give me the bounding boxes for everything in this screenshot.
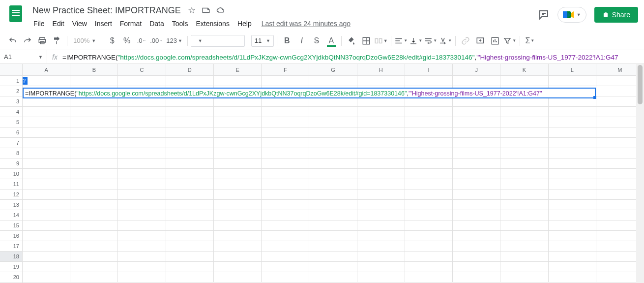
- fill-color-button[interactable]: [345, 34, 358, 48]
- cell[interactable]: [453, 200, 500, 210]
- cell[interactable]: [357, 262, 405, 272]
- row-header-11[interactable]: 11: [0, 179, 22, 189]
- cell[interactable]: [70, 220, 118, 230]
- cell[interactable]: [549, 76, 596, 86]
- row-header-1[interactable]: 1: [0, 76, 22, 86]
- cell[interactable]: [309, 76, 357, 86]
- cell[interactable]: [118, 220, 166, 230]
- cell[interactable]: [70, 158, 118, 168]
- cell[interactable]: [118, 127, 166, 137]
- currency-button[interactable]: $: [105, 34, 119, 48]
- cell[interactable]: [405, 272, 453, 282]
- cell[interactable]: [453, 189, 500, 199]
- cell[interactable]: [166, 200, 214, 210]
- decrease-decimal-button[interactable]: .0←: [135, 34, 148, 48]
- column-header-A[interactable]: A: [23, 64, 70, 75]
- cell[interactable]: [453, 210, 500, 220]
- row-header-14[interactable]: 14: [0, 210, 22, 220]
- cell[interactable]: [214, 231, 262, 241]
- cell[interactable]: [214, 76, 262, 86]
- cell[interactable]: [214, 179, 262, 189]
- cell[interactable]: [453, 231, 500, 241]
- cell[interactable]: [405, 158, 453, 168]
- cell[interactable]: [262, 148, 309, 158]
- cell[interactable]: [549, 117, 596, 127]
- cell[interactable]: [549, 272, 596, 282]
- cell[interactable]: [405, 76, 453, 86]
- cell[interactable]: [500, 127, 548, 137]
- cell[interactable]: [405, 262, 453, 272]
- menu-file[interactable]: File: [29, 18, 49, 30]
- cell[interactable]: [118, 189, 166, 199]
- cell[interactable]: [405, 117, 453, 127]
- cell[interactable]: [118, 231, 166, 241]
- cell[interactable]: [357, 210, 405, 220]
- cell[interactable]: [262, 231, 309, 241]
- column-header-I[interactable]: I: [405, 64, 453, 75]
- zoom-select[interactable]: 100% ▼: [70, 37, 99, 44]
- cell[interactable]: [549, 220, 596, 230]
- cell[interactable]: [118, 200, 166, 210]
- cell[interactable]: [549, 107, 596, 117]
- cell[interactable]: [453, 220, 500, 230]
- row-header-20[interactable]: 20: [0, 272, 22, 283]
- cell[interactable]: [262, 200, 309, 210]
- increase-decimal-button[interactable]: .00→: [149, 34, 163, 48]
- cell[interactable]: [500, 179, 548, 189]
- row-header-12[interactable]: 12: [0, 189, 22, 200]
- cell[interactable]: [166, 189, 214, 199]
- cell[interactable]: [214, 200, 262, 210]
- cell[interactable]: [357, 231, 405, 241]
- cell[interactable]: [405, 241, 453, 251]
- cell[interactable]: [166, 262, 214, 272]
- cell[interactable]: [309, 107, 357, 117]
- cell[interactable]: [166, 272, 214, 282]
- cell[interactable]: [500, 138, 548, 148]
- cell[interactable]: [166, 138, 214, 148]
- cell[interactable]: [309, 138, 357, 148]
- cell[interactable]: [309, 272, 357, 282]
- cell[interactable]: [500, 148, 548, 158]
- select-all-corner[interactable]: [0, 64, 22, 76]
- cell[interactable]: [262, 158, 309, 168]
- cell[interactable]: [262, 262, 309, 272]
- text-color-button[interactable]: A: [324, 34, 338, 48]
- cell[interactable]: [309, 169, 357, 179]
- cell[interactable]: [214, 272, 262, 282]
- more-formats-button[interactable]: 123▼: [164, 34, 184, 48]
- column-header-G[interactable]: G: [309, 64, 357, 75]
- cell[interactable]: [262, 179, 309, 189]
- comments-icon[interactable]: [538, 9, 550, 21]
- strikethrough-button[interactable]: S: [310, 34, 323, 48]
- cell[interactable]: [166, 76, 214, 86]
- cell[interactable]: [70, 262, 118, 272]
- menu-format[interactable]: Format: [116, 18, 146, 30]
- cell[interactable]: [262, 76, 309, 86]
- undo-button[interactable]: [6, 34, 20, 48]
- cell[interactable]: [23, 262, 70, 272]
- cell[interactable]: [453, 179, 500, 189]
- cell[interactable]: [357, 138, 405, 148]
- paint-format-button[interactable]: [50, 34, 64, 48]
- row-header-3[interactable]: 3: [0, 96, 22, 107]
- vertical-align-button[interactable]: ▼: [409, 34, 423, 48]
- share-button[interactable]: Share: [594, 7, 638, 23]
- cell[interactable]: [453, 148, 500, 158]
- cell[interactable]: [549, 189, 596, 199]
- cell[interactable]: [309, 210, 357, 220]
- cell[interactable]: [70, 107, 118, 117]
- cell[interactable]: [70, 241, 118, 251]
- cell[interactable]: [405, 138, 453, 148]
- cell[interactable]: [70, 179, 118, 189]
- cell[interactable]: [500, 241, 548, 251]
- cell[interactable]: [309, 220, 357, 230]
- cell[interactable]: [405, 231, 453, 241]
- cell[interactable]: [405, 200, 453, 210]
- row-header-8[interactable]: 8: [0, 148, 22, 158]
- cell[interactable]: [549, 231, 596, 241]
- cell[interactable]: [309, 241, 357, 251]
- cell[interactable]: [166, 220, 214, 230]
- row-header-16[interactable]: 16: [0, 231, 22, 241]
- italic-button[interactable]: I: [295, 34, 309, 48]
- cell[interactable]: [70, 117, 118, 127]
